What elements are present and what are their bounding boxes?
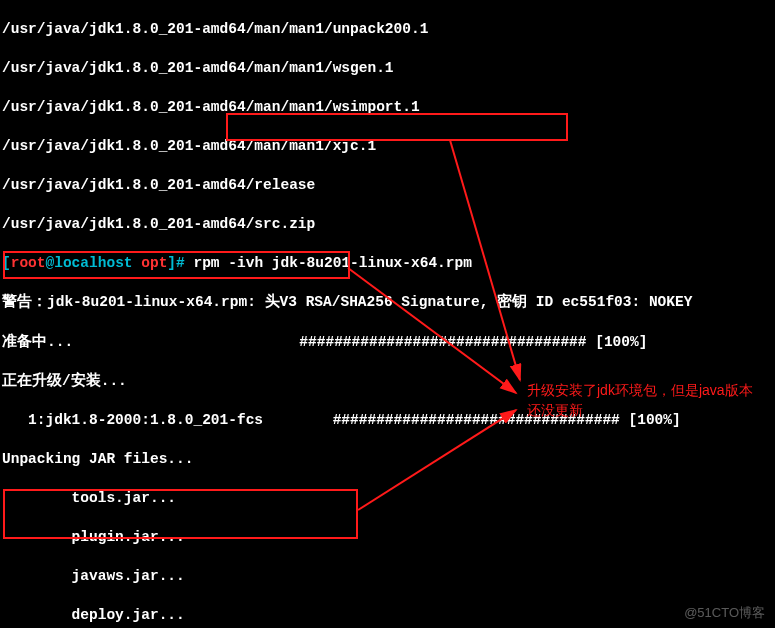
jar-line: deploy.jar... (2, 606, 773, 626)
rpm-warning: 警告：jdk-8u201-linux-x64.rpm: 头V3 RSA/SHA2… (2, 293, 773, 313)
prompt-path: opt (141, 255, 167, 271)
jar-line: javaws.jar... (2, 567, 773, 587)
prompt-at: @ (46, 255, 55, 271)
path-line: /usr/java/jdk1.8.0_201-amd64/man/man1/ws… (2, 98, 773, 118)
terminal-output: /usr/java/jdk1.8.0_201-amd64/man/man1/un… (0, 0, 775, 628)
prompt-bracket-open: [ (2, 255, 11, 271)
rpm-prepare: 准备中... #################################… (2, 333, 773, 353)
jar-line: tools.jar... (2, 489, 773, 509)
prompt-user: root (11, 255, 46, 271)
prompt-line-1[interactable]: [root@localhost opt]# rpm -ivh jdk-8u201… (2, 254, 773, 274)
path-line: /usr/java/jdk1.8.0_201-amd64/man/man1/ws… (2, 59, 773, 79)
prompt-bracket-close: ] (167, 255, 176, 271)
path-line: /usr/java/jdk1.8.0_201-amd64/release (2, 176, 773, 196)
annotation-text: 升级安装了jdk环境包，但是java版本还没更新 (527, 380, 757, 421)
watermark: @51CTO博客 (684, 604, 765, 622)
command-rpm-install: rpm -ivh jdk-8u201-linux-x64.rpm (193, 255, 471, 271)
rpm-unpack-label: Unpacking JAR files... (2, 450, 773, 470)
path-line: /usr/java/jdk1.8.0_201-amd64/src.zip (2, 215, 773, 235)
prompt-hash: # (176, 255, 185, 271)
jar-line: plugin.jar... (2, 528, 773, 548)
path-line: /usr/java/jdk1.8.0_201-amd64/man/man1/xj… (2, 137, 773, 157)
prompt-host: localhost (54, 255, 132, 271)
path-line: /usr/java/jdk1.8.0_201-amd64/man/man1/un… (2, 20, 773, 40)
